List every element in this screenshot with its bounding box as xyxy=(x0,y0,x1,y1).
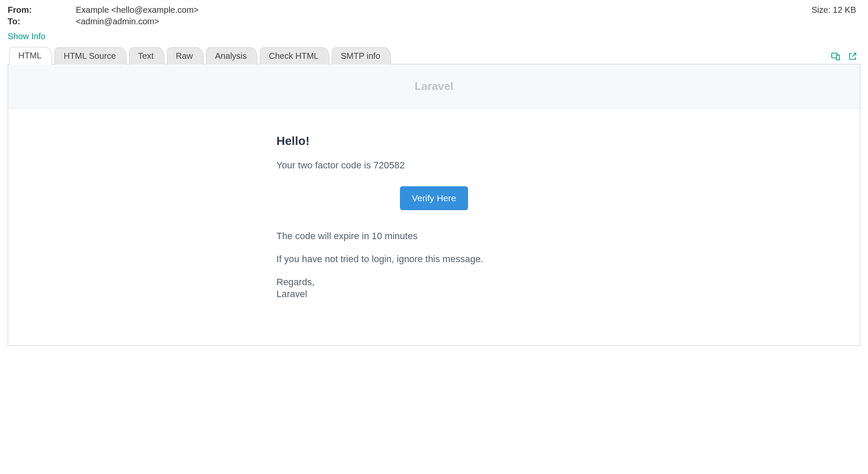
tab-text[interactable]: Text xyxy=(129,47,164,64)
email-greeting: Hello! xyxy=(276,134,592,148)
email-signoff-1: Regards, xyxy=(276,277,592,288)
tab-html[interactable]: HTML xyxy=(9,47,52,64)
email-brand: Laravel xyxy=(8,80,860,93)
to-label: To: xyxy=(8,17,76,26)
tab-actions xyxy=(831,51,860,64)
tab-html-source[interactable]: HTML Source xyxy=(55,47,126,64)
svg-rect-1 xyxy=(836,55,839,60)
email-warning-line: If you have not tried to login, ignore t… xyxy=(276,254,592,265)
email-expiry-line: The code will expire in 10 minutes xyxy=(276,231,592,242)
email-button-row: Verify Here xyxy=(276,186,592,210)
to-row: To: <admin@admin.com> xyxy=(8,17,860,26)
email-code-line: Your two factor code is 720582 xyxy=(276,160,592,171)
size-label: Size: 12 KB xyxy=(811,5,856,15)
preview-scroll[interactable]: Laravel Hello! Your two factor code is 7… xyxy=(8,64,860,345)
email-body: Hello! Your two factor code is 720582 Ve… xyxy=(276,109,592,345)
show-info-link[interactable]: Show Info xyxy=(8,32,46,41)
tab-check-html[interactable]: Check HTML xyxy=(260,47,329,64)
preview-panel: Laravel Hello! Your two factor code is 7… xyxy=(8,64,860,346)
to-value: <admin@admin.com> xyxy=(76,17,159,26)
devices-icon[interactable] xyxy=(831,51,841,61)
verify-button[interactable]: Verify Here xyxy=(400,186,468,210)
tab-raw[interactable]: Raw xyxy=(167,47,204,64)
email-signoff-2: Laravel xyxy=(276,289,592,300)
tabs: HTML HTML Source Text Raw Analysis Check… xyxy=(8,46,860,64)
tab-smtp-info[interactable]: SMTP info xyxy=(332,47,391,64)
from-value: Example <hello@example.com> xyxy=(76,5,198,15)
from-label: From: xyxy=(8,5,76,15)
from-row: From: Example <hello@example.com> xyxy=(8,5,860,15)
tab-analysis[interactable]: Analysis xyxy=(206,47,257,64)
email-brand-header: Laravel xyxy=(8,64,860,109)
open-external-icon[interactable] xyxy=(848,51,858,61)
